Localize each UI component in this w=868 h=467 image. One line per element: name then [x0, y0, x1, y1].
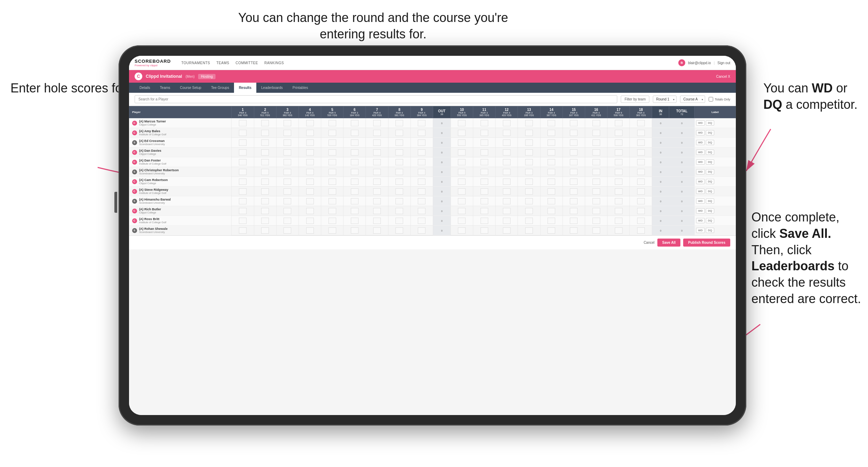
hole-score-input[interactable]: [239, 179, 247, 185]
tab-leaderboards[interactable]: Leaderboards: [256, 83, 288, 93]
publish-button[interactable]: Publish Round Scores: [683, 239, 730, 247]
hole-score-input[interactable]: [503, 149, 511, 156]
hole-score-input[interactable]: [637, 179, 645, 185]
hole-score-input[interactable]: [548, 227, 555, 234]
hole-score-input[interactable]: [615, 169, 622, 175]
hole-score-input[interactable]: [261, 140, 269, 146]
hole-score-input[interactable]: [481, 159, 488, 165]
hole-score-input[interactable]: [261, 159, 269, 165]
hole-score-input[interactable]: [548, 198, 555, 204]
hole-score-input[interactable]: [570, 130, 578, 136]
hole-score-input[interactable]: [395, 208, 403, 214]
hole-score-input[interactable]: [637, 218, 645, 224]
hole-score-input[interactable]: [373, 149, 381, 156]
hole-score-input[interactable]: [503, 198, 511, 204]
hole-score-input[interactable]: [615, 179, 622, 185]
hole-score-input[interactable]: [284, 149, 291, 156]
hole-score-input[interactable]: [284, 159, 291, 165]
hole-score-input[interactable]: [329, 120, 336, 126]
hole-score-input[interactable]: [637, 198, 645, 204]
hole-score-input[interactable]: [261, 120, 269, 126]
hole-score-input[interactable]: [373, 188, 381, 195]
hole-score-input[interactable]: [284, 169, 291, 175]
hole-score-input[interactable]: [373, 130, 381, 136]
hole-score-input[interactable]: [503, 218, 511, 224]
hole-score-input[interactable]: [284, 227, 291, 234]
hole-score-input[interactable]: [615, 208, 622, 214]
hole-score-input[interactable]: [481, 208, 488, 214]
tab-course-setup[interactable]: Course Setup: [175, 83, 206, 93]
hole-score-input[interactable]: [481, 218, 488, 224]
hole-score-input[interactable]: [458, 140, 466, 146]
hole-score-input[interactable]: [570, 208, 578, 214]
hole-score-input[interactable]: [458, 198, 466, 204]
action-cancel[interactable]: Cancel: [644, 241, 655, 244]
dq-button[interactable]: DQ: [706, 140, 714, 145]
hole-score-input[interactable]: [548, 120, 555, 126]
hole-score-input[interactable]: [503, 120, 511, 126]
hole-score-input[interactable]: [395, 120, 403, 126]
hole-score-input[interactable]: [458, 120, 466, 126]
hole-score-input[interactable]: [637, 227, 645, 234]
course-select[interactable]: Course A: [680, 96, 705, 103]
hole-score-input[interactable]: [418, 218, 425, 224]
hole-score-input[interactable]: [525, 120, 533, 126]
hole-score-input[interactable]: [615, 227, 622, 234]
wd-button[interactable]: WD: [696, 140, 705, 145]
hole-score-input[interactable]: [306, 130, 314, 136]
hole-score-input[interactable]: [525, 179, 533, 185]
hole-score-input[interactable]: [261, 227, 269, 234]
dq-button[interactable]: DQ: [706, 189, 714, 194]
hole-score-input[interactable]: [306, 169, 314, 175]
wd-button[interactable]: WD: [696, 218, 705, 223]
hole-score-input[interactable]: [395, 159, 403, 165]
hole-score-input[interactable]: [395, 169, 403, 175]
hole-score-input[interactable]: [395, 218, 403, 224]
hole-score-input[interactable]: [373, 227, 381, 234]
hole-score-input[interactable]: [458, 149, 466, 156]
hole-score-input[interactable]: [239, 140, 247, 146]
hole-score-input[interactable]: [503, 227, 511, 234]
hole-score-input[interactable]: [351, 169, 358, 175]
hole-score-input[interactable]: [525, 188, 533, 195]
wd-button[interactable]: WD: [696, 169, 705, 174]
hole-score-input[interactable]: [525, 149, 533, 156]
dq-button[interactable]: DQ: [706, 218, 714, 223]
hole-score-input[interactable]: [239, 130, 247, 136]
hole-score-input[interactable]: [615, 140, 622, 146]
hole-score-input[interactable]: [329, 188, 336, 195]
wd-button[interactable]: WD: [696, 189, 705, 194]
dq-button[interactable]: DQ: [706, 198, 714, 204]
hole-score-input[interactable]: [395, 140, 403, 146]
hole-score-input[interactable]: [395, 179, 403, 185]
hole-score-input[interactable]: [284, 120, 291, 126]
hole-score-input[interactable]: [329, 208, 336, 214]
hole-score-input[interactable]: [373, 218, 381, 224]
hole-score-input[interactable]: [261, 130, 269, 136]
hole-score-input[interactable]: [306, 188, 314, 195]
hole-score-input[interactable]: [418, 149, 425, 156]
hole-score-input[interactable]: [615, 198, 622, 204]
hole-score-input[interactable]: [592, 120, 600, 126]
hole-score-input[interactable]: [239, 218, 247, 224]
hole-score-input[interactable]: [525, 140, 533, 146]
hole-score-input[interactable]: [525, 130, 533, 136]
hole-score-input[interactable]: [418, 179, 425, 185]
hole-score-input[interactable]: [570, 140, 578, 146]
dq-button[interactable]: DQ: [706, 179, 714, 184]
hole-score-input[interactable]: [481, 169, 488, 175]
dq-button[interactable]: DQ: [706, 208, 714, 213]
hole-score-input[interactable]: [637, 149, 645, 156]
hole-score-input[interactable]: [351, 208, 358, 214]
hole-score-input[interactable]: [239, 159, 247, 165]
hole-score-input[interactable]: [592, 149, 600, 156]
hole-score-input[interactable]: [306, 179, 314, 185]
hole-score-input[interactable]: [418, 159, 425, 165]
hole-score-input[interactable]: [239, 188, 247, 195]
hole-score-input[interactable]: [481, 149, 488, 156]
hole-score-input[interactable]: [306, 149, 314, 156]
wd-button[interactable]: WD: [696, 228, 705, 233]
hole-score-input[interactable]: [351, 218, 358, 224]
hole-score-input[interactable]: [395, 130, 403, 136]
wd-button[interactable]: WD: [696, 150, 705, 155]
